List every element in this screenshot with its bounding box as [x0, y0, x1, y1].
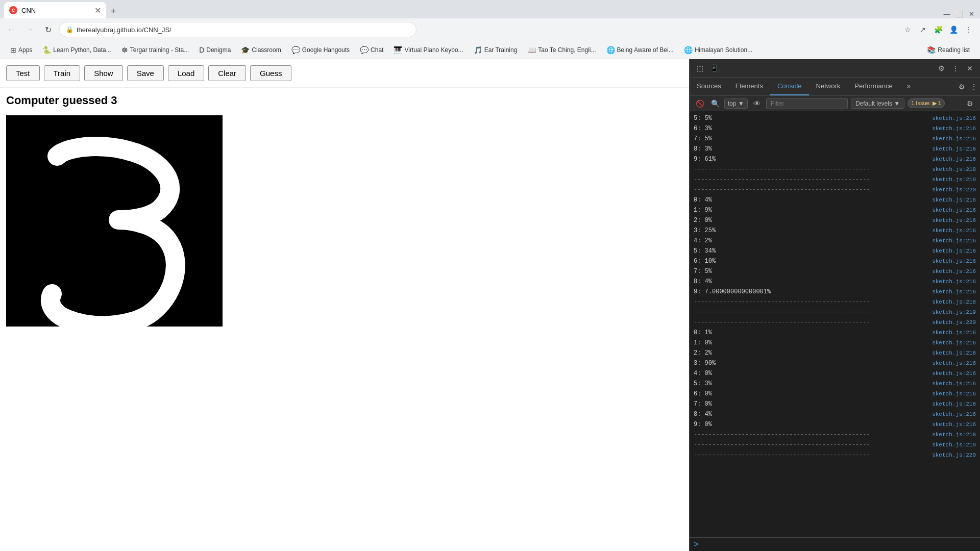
console-eye-icon[interactable]: 👁 — [751, 97, 763, 110]
console-line-source[interactable]: sketch.js:218 — [932, 165, 976, 174]
console-line-source[interactable]: sketch.js:216 — [932, 359, 976, 368]
console-line-source[interactable]: sketch.js:216 — [932, 216, 976, 225]
profile-icon[interactable]: 👤 — [946, 22, 961, 37]
drawing-canvas[interactable] — [6, 115, 223, 327]
send-icon[interactable]: ↗ — [916, 22, 930, 37]
tab-performance[interactable]: Performance — [847, 78, 899, 95]
console-line-source[interactable]: sketch.js:216 — [932, 246, 976, 256]
console-line-source[interactable]: sketch.js:216 — [932, 226, 976, 235]
console-line-source[interactable]: sketch.js:219 — [932, 440, 976, 449]
active-tab[interactable]: C CNN ✕ — [4, 2, 106, 18]
console-line-source[interactable]: sketch.js:216 — [932, 369, 976, 378]
bookmark-hangouts[interactable]: 💬 Google Hangouts — [287, 44, 354, 56]
context-selector[interactable]: top ▼ — [724, 98, 748, 109]
show-button[interactable]: Show — [84, 65, 123, 81]
console-line-source[interactable]: sketch.js:216 — [932, 389, 976, 398]
bookmark-python[interactable]: 🐍 Learn Python, Data... — [38, 44, 115, 56]
console-line-source[interactable]: sketch.js:218 — [932, 297, 976, 307]
devtools-inspect-icon[interactable]: ⬚ — [694, 62, 706, 74]
tab-console[interactable]: Console — [770, 78, 809, 95]
lock-icon: 🔒 — [66, 26, 74, 33]
tab-more[interactable]: » — [900, 78, 918, 95]
console-line-source[interactable]: sketch.js:220 — [932, 318, 976, 327]
devtools-config-icon[interactable]: ⚙ — [964, 97, 976, 110]
bookmark-himalayan[interactable]: 🌐 Himalayan Solution... — [680, 44, 756, 56]
console-line-source[interactable]: sketch.js:216 — [932, 410, 976, 419]
console-line-source[interactable]: sketch.js:216 — [932, 114, 976, 123]
menu-icon[interactable]: ⋮ — [962, 22, 976, 37]
save-button[interactable]: Save — [127, 65, 164, 81]
tab-close-button[interactable]: ✕ — [94, 6, 101, 15]
tab-elements[interactable]: Elements — [728, 78, 770, 95]
console-line-source[interactable]: sketch.js:216 — [932, 144, 976, 154]
console-clear-icon[interactable]: 🚫 — [694, 97, 706, 110]
console-line-source[interactable]: sketch.js:216 — [932, 257, 976, 266]
console-line-source[interactable]: sketch.js:216 — [932, 338, 976, 347]
bookmark-tao[interactable]: 📖 Tao Te Ching, Engli... — [523, 44, 600, 56]
console-line-source[interactable]: sketch.js:216 — [932, 348, 976, 358]
forward-button[interactable]: → — [22, 22, 37, 37]
console-line-source[interactable]: sketch.js:216 — [932, 267, 976, 276]
train-button[interactable]: Train — [44, 65, 81, 81]
issue-badge[interactable]: 1 Issue: ▶ 1 — [908, 98, 945, 108]
new-tab-button[interactable]: + — [106, 4, 120, 18]
tab-network[interactable]: Network — [809, 78, 848, 95]
address-bar[interactable]: 🔒 therealyubraj.github.io/CNN_JS/ — [59, 22, 416, 37]
console-line-source[interactable]: sketch.js:216 — [932, 420, 976, 429]
bookmark-piano[interactable]: 🎹 Virtual Piano Keybo... — [389, 44, 467, 56]
devtools-close-icon[interactable]: ✕ — [964, 62, 976, 74]
tab-favicon: C — [9, 6, 17, 14]
bookmark-star-icon[interactable]: ☆ — [900, 22, 915, 37]
console-line-source[interactable]: sketch.js:216 — [932, 236, 976, 245]
console-line-source[interactable]: sketch.js:219 — [932, 308, 976, 317]
devtools-device-icon[interactable]: 📱 — [708, 62, 720, 74]
console-line-source[interactable]: sketch.js:216 — [932, 206, 976, 215]
tab-sources[interactable]: Sources — [690, 78, 728, 95]
bookmark-tergar[interactable]: ☸ Tergar training - Sta... — [117, 44, 193, 56]
load-button[interactable]: Load — [168, 65, 204, 81]
console-line-text: ----------------------------------------… — [694, 430, 870, 439]
console-line-source[interactable]: sketch.js:216 — [932, 134, 976, 143]
minimize-button[interactable]: — — [942, 9, 951, 18]
bookmark-denigma[interactable]: D Denigma — [195, 44, 235, 56]
console-line: 7: 5%sketch.js:216 — [690, 134, 980, 144]
devtools-more-icon[interactable]: ⋮ — [949, 62, 962, 74]
bookmark-classroom[interactable]: 🎓 Classroom — [237, 44, 285, 56]
console-line-source[interactable]: sketch.js:216 — [932, 379, 976, 388]
close-button[interactable]: ✕ — [967, 9, 976, 18]
test-button[interactable]: Test — [6, 65, 40, 81]
default-levels-button[interactable]: Default levels ▼ — [851, 98, 904, 109]
console-line-source[interactable]: sketch.js:216 — [932, 124, 976, 133]
console-line-source[interactable]: sketch.js:216 — [932, 328, 976, 337]
bookmark-being[interactable]: 🌐 Being Aware of Bei... — [602, 44, 678, 56]
extensions-icon[interactable]: 🧩 — [931, 22, 945, 37]
console-line-source[interactable]: sketch.js:216 — [932, 277, 976, 286]
bookmark-reading-list[interactable]: 📚 Reading list — [923, 44, 974, 56]
console-line-source[interactable]: sketch.js:216 — [932, 195, 976, 205]
console-line-source[interactable]: sketch.js:220 — [932, 450, 976, 460]
console-line-source[interactable]: sketch.js:220 — [932, 185, 976, 194]
bookmark-chat[interactable]: 💬 Chat — [356, 44, 387, 56]
devtools-settings-icon[interactable]: ⚙ — [935, 62, 947, 74]
console-line-text: ----------------------------------------… — [694, 175, 870, 184]
console-filter-input[interactable] — [766, 98, 848, 109]
console-line-source[interactable]: sketch.js:216 — [932, 155, 976, 164]
console-prompt-icon: > — [694, 540, 698, 549]
console-line-source[interactable]: sketch.js:216 — [932, 399, 976, 409]
console-line-source[interactable]: sketch.js:219 — [932, 175, 976, 184]
clear-button[interactable]: Clear — [208, 65, 246, 81]
back-button[interactable]: ← — [4, 22, 18, 37]
console-line-text: 5: 3% — [694, 379, 712, 388]
restore-button[interactable]: ⬜ — [954, 9, 964, 18]
devtools-tab-more-icon[interactable]: ⋮ — [968, 81, 980, 93]
bookmark-apps[interactable]: ⊞ Apps — [6, 44, 36, 56]
reload-button[interactable]: ↻ — [41, 22, 55, 37]
bookmark-eartraining[interactable]: 🎵 Ear Training — [470, 44, 522, 56]
console-line-source[interactable]: sketch.js:216 — [932, 287, 976, 296]
console-input[interactable] — [701, 541, 976, 548]
guess-button[interactable]: Guess — [250, 65, 291, 81]
console-line: 9: 0%sketch.js:216 — [690, 419, 980, 430]
console-filter-toggle-icon[interactable]: 🔍 — [709, 97, 721, 110]
devtools-tab-settings-icon[interactable]: ⚙ — [955, 81, 968, 93]
console-line-source[interactable]: sketch.js:218 — [932, 430, 976, 439]
